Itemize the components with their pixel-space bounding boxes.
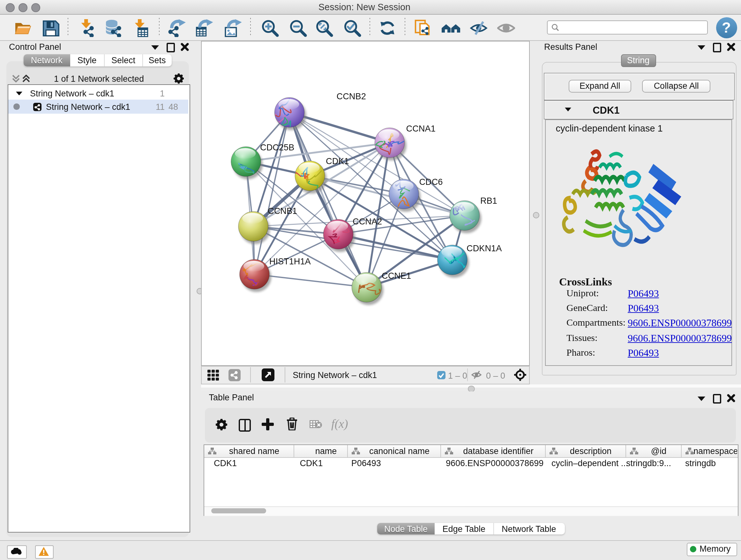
svg-text:CCNA2: CCNA2 xyxy=(352,216,382,226)
svg-text:RB1: RB1 xyxy=(480,195,497,205)
svg-text:CDC25B: CDC25B xyxy=(260,142,294,152)
svg-text:HIST1H1A: HIST1H1A xyxy=(269,256,311,266)
svg-text:CCNB1: CCNB1 xyxy=(267,206,297,215)
svg-text:CDKN1A: CDKN1A xyxy=(466,243,502,253)
svg-text:CCNA1: CCNA1 xyxy=(406,123,435,133)
svg-text:CCNB2: CCNB2 xyxy=(336,91,366,101)
svg-text:CCNE1: CCNE1 xyxy=(381,270,411,280)
svg-text:CDC6: CDC6 xyxy=(419,177,442,186)
svg-text:CDK1: CDK1 xyxy=(326,156,349,166)
